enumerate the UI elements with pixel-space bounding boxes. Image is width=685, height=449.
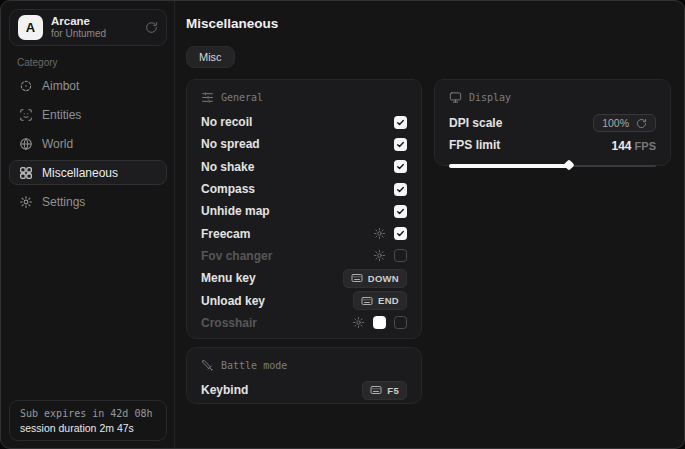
sidebar-nav: AimbotEntitiesWorldMiscellaneousSettings [9, 73, 167, 214]
setting-label: Freecam [201, 227, 250, 241]
display-panel: Display DPI scale 100% FPS limit 144 FPS [434, 79, 671, 166]
keyboard-icon [351, 272, 363, 284]
setting-row-compass: Compass [201, 178, 407, 200]
setting-row-keybind: KeybindF5 [201, 379, 407, 401]
reset-icon[interactable] [636, 118, 647, 129]
setting-row-freecam: Freecam [201, 222, 407, 244]
setting-label: No spread [201, 137, 260, 151]
setting-label: Unload key [201, 294, 265, 308]
dpi-scale-label: DPI scale [449, 116, 502, 130]
crosshair-icon [19, 79, 33, 93]
battle-panel-title: Battle mode [221, 360, 287, 371]
fps-limit-row: FPS limit 144 FPS [449, 135, 656, 155]
keybind-button[interactable]: END [353, 291, 407, 310]
checkbox-unchecked[interactable] [394, 249, 407, 262]
monitor-icon [449, 91, 462, 104]
setting-label: No shake [201, 160, 254, 174]
page-title: Miscellaneous [186, 16, 278, 31]
checkbox-checked[interactable] [394, 138, 407, 151]
tab-misc[interactable]: Misc [186, 46, 235, 68]
setting-label: Unhide map [201, 204, 270, 218]
brand-card: A Arcane for Untumed [9, 9, 167, 46]
app-window: A Arcane for Untumed Category AimbotEnti… [0, 0, 685, 449]
setting-row-unload-key: Unload keyEND [201, 289, 407, 311]
setting-label: Crosshair [201, 316, 257, 330]
sword-icon [201, 359, 214, 372]
fps-limit-label: FPS limit [449, 138, 500, 152]
main-content: Miscellaneous Misc General No recoilNo s… [175, 1, 684, 448]
checkbox-checked[interactable] [394, 183, 407, 196]
setting-row-unhide-map: Unhide map [201, 200, 407, 222]
keybind-button[interactable]: F5 [362, 381, 407, 400]
setting-row-crosshair: Crosshair [201, 312, 407, 334]
setting-label: Compass [201, 182, 255, 196]
checkbox-checked[interactable] [394, 116, 407, 129]
sidebar-item-label: Entities [42, 108, 81, 122]
dpi-scale-value: 100% [602, 117, 629, 129]
sidebar-item-label: Aimbot [42, 79, 79, 93]
checkbox-checked[interactable] [394, 160, 407, 173]
keybind-button[interactable]: DOWN [343, 269, 407, 288]
sidebar-item-settings[interactable]: Settings [9, 189, 167, 214]
category-label: Category [17, 57, 58, 68]
setting-label: Keybind [201, 383, 248, 397]
sidebar-item-label: Miscellaneous [42, 166, 118, 180]
sidebar-item-miscellaneous[interactable]: Miscellaneous [9, 160, 167, 185]
fps-limit-unit: FPS [632, 140, 656, 152]
globe-icon [19, 137, 33, 151]
keybind-value: DOWN [368, 273, 399, 284]
fps-limit-value: 144 [612, 139, 632, 153]
slider-thumb[interactable] [563, 159, 574, 170]
sidebar: A Arcane for Untumed Category AimbotEnti… [1, 1, 175, 448]
sliders-icon [201, 91, 214, 104]
display-panel-title: Display [469, 92, 511, 103]
sidebar-item-label: World [42, 137, 73, 151]
scan-entities-icon [19, 108, 33, 122]
setting-label: Fov changer [201, 249, 272, 263]
setting-label: No recoil [201, 115, 252, 129]
setting-row-fov-changer: Fov changer [201, 245, 407, 267]
general-panel-title: General [221, 92, 263, 103]
setting-row-no-recoil: No recoil [201, 111, 407, 133]
brand-subtitle: for Untumed [51, 28, 137, 40]
refresh-icon[interactable] [145, 21, 158, 34]
gear-icon[interactable] [352, 316, 365, 329]
brand-name: Arcane [51, 15, 137, 28]
battle-mode-panel: Battle mode KeybindF5 [186, 347, 422, 404]
gear-icon[interactable] [373, 227, 386, 240]
keyboard-icon [361, 295, 373, 307]
sidebar-item-aimbot[interactable]: Aimbot [9, 73, 167, 98]
keybind-value: END [378, 295, 399, 306]
setting-label: Menu key [201, 271, 256, 285]
sub-expiry-text: Sub expires in 42d 08h [20, 408, 156, 419]
color-swatch[interactable] [373, 316, 386, 329]
sidebar-item-label: Settings [42, 195, 85, 209]
checkbox-checked[interactable] [394, 205, 407, 218]
sidebar-item-entities[interactable]: Entities [9, 102, 167, 127]
dpi-scale-button[interactable]: 100% [593, 114, 656, 132]
fps-limit-slider[interactable] [449, 162, 656, 169]
dpi-scale-row: DPI scale 100% [449, 111, 656, 135]
gear-icon [19, 195, 33, 209]
battle-rows: KeybindF5 [201, 379, 407, 401]
setting-row-no-shake: No shake [201, 156, 407, 178]
general-panel: General No recoilNo spreadNo shakeCompas… [186, 79, 422, 339]
session-duration-text: session duration 2m 47s [20, 422, 156, 434]
grid-icon [19, 166, 33, 180]
sidebar-item-world[interactable]: World [9, 131, 167, 156]
general-rows: No recoilNo spreadNo shakeCompassUnhide … [201, 111, 407, 334]
setting-row-menu-key: Menu keyDOWN [201, 267, 407, 289]
brand-avatar: A [18, 15, 43, 40]
setting-row-no-spread: No spread [201, 133, 407, 155]
keybind-value: F5 [387, 385, 399, 396]
checkbox-checked[interactable] [394, 227, 407, 240]
subscription-card: Sub expires in 42d 08h session duration … [9, 400, 167, 441]
gear-icon[interactable] [373, 249, 386, 262]
checkbox-unchecked[interactable] [394, 316, 407, 329]
keyboard-icon [370, 384, 382, 396]
